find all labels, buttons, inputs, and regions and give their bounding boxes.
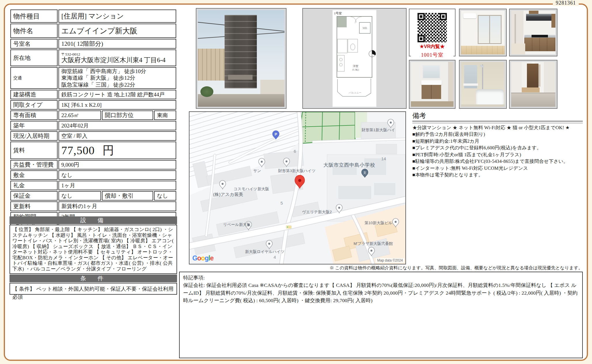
map-label: ヴエリテ新大阪2 xyxy=(302,210,332,214)
spec-row-structure: 建築構造鉄筋コンクリート 造 地上12階 総戸数44戸 xyxy=(10,90,176,99)
floor-plan-unit-label: 1号室 xyxy=(334,12,342,15)
map-label: 新大阪ロイヤルハイツ xyxy=(245,249,284,254)
map-label: 14 xyxy=(381,156,386,161)
floor-plan-room-label: 洋室 xyxy=(353,64,358,68)
shower-bar xyxy=(482,64,483,89)
remarks-text: ★分譲マンション ★ ネット無料 Wi-Fi対応 ★ 猫 or 小型犬1匹までO… xyxy=(412,124,584,178)
equipment-header: 設 備 xyxy=(10,216,177,224)
photo-living-room xyxy=(459,9,507,56)
map-label: M'プラザ新大阪弐番館 xyxy=(354,241,393,246)
spec-row-built: 築年2024年02月 xyxy=(10,121,176,130)
disclaimer-note: ※ この資料は物件の概略紹介資料になります。写真、間取図面、設備、概要などが現況… xyxy=(179,265,583,271)
property-spec-table: 物件種目[住居用] マンション 物件名エムブイインプ新大阪 号室名1201( 1… xyxy=(10,9,177,244)
spec-row-status: 現況/入居時期空室 / 即入 xyxy=(10,131,176,141)
spec-row-address: 所在地 〒532-0012大阪府大阪市淀川区木川東4 丁目6-4 xyxy=(10,49,176,66)
map-label: リベール新大阪 xyxy=(223,222,251,227)
map-label: 第10新大阪ビル xyxy=(365,221,392,225)
remarks-title: 備考 xyxy=(412,111,426,120)
spec-row-room-no: 号室名1201( 12階部分) xyxy=(10,39,176,49)
map-label: コスモハイツ新大阪 xyxy=(234,187,269,191)
conditions-header: 条 件 xyxy=(10,275,177,282)
floor-plan-size-label: (6.1帖) xyxy=(352,68,359,71)
photo-hallway xyxy=(509,60,557,109)
spec-row-renewal: 更新料新賃料の1ヶ月 xyxy=(10,201,176,211)
photo-building-exterior xyxy=(196,8,286,109)
svg-text:文: 文 xyxy=(363,171,367,174)
map-label: 財形第1新大阪ハイ xyxy=(362,128,395,132)
vr-tour-label: ★VR内覧★ xyxy=(411,43,454,50)
spec-row-name: 物件名エムブイインプ新大阪 xyxy=(10,24,176,38)
spec-row-layout: 間取タイプ1K[ 洋6.1 x K2.0] xyxy=(10,100,176,110)
photo-kitchen xyxy=(509,9,557,56)
special-notes-body: 保証会社: 保証会社利用必須 Casa ※CASAからの審査になります【 CAS… xyxy=(183,281,579,304)
special-notes-title: 特記事項: xyxy=(183,274,579,281)
map-attribution: Map data ©2024 xyxy=(376,258,404,263)
floor-plan-drawing: 1号室 MB 洋室 (6.1帖) xyxy=(333,10,376,107)
mirror xyxy=(422,65,440,79)
google-logo: Google xyxy=(192,254,213,262)
property-datasheet: 9281361 物件種目[住居用] マンション 物件名エムブイインプ新大阪 号室… xyxy=(0,0,592,364)
location-map: P 文 財形第1新大阪ハイ 6 サン 財形第3新大阪ハ xyxy=(189,111,406,264)
bathtub xyxy=(476,89,504,105)
range-hood xyxy=(526,14,553,21)
spec-row-fees: 共益費・管理費9,000円 xyxy=(10,160,176,169)
cooktop xyxy=(532,35,548,37)
conditions-text: 【 条件】 ペット相談・外国人契約可能・保証人不要・保証会社利用必須 xyxy=(10,283,177,295)
map-label: (株)アスカ装美 xyxy=(213,192,243,197)
map-label: 5 xyxy=(280,201,283,205)
spec-row-guarantee: 保証金なし償却・敷引なし xyxy=(10,191,176,201)
spec-row-type: 物件種目[住居用] マンション xyxy=(10,9,176,23)
far-door xyxy=(527,64,538,87)
map-label: 4 xyxy=(274,255,276,260)
map-label: サン xyxy=(253,169,261,173)
map-label: 6 xyxy=(294,149,296,154)
floor-plan-mb-label: MB xyxy=(363,26,367,30)
map-label: 財形第3新大阪ハイツ xyxy=(278,169,316,173)
traffic-light-icon xyxy=(286,226,291,228)
aircon xyxy=(463,13,477,18)
special-notes-box: 特記事項: 保証会社: 保証会社利用必須 Casa ※CASAからの審査になりま… xyxy=(179,272,583,358)
sink xyxy=(525,35,531,37)
photo-bathroom xyxy=(459,60,507,109)
document-number: 9281361 xyxy=(553,0,579,6)
floor-plan-balcony-label: バルコニー xyxy=(348,91,361,94)
equipment-text: 【 位置】 角部屋・最上階 【 キッチン】 給湯器・ガスコンロ( 2口) ・シス… xyxy=(10,225,177,274)
photo-floor-plan: 1号室 MB 洋室 (6.1帖) xyxy=(302,8,407,109)
spec-row-deposit: 敷金なし xyxy=(10,170,176,180)
photo-washbasin xyxy=(409,60,456,109)
remarks-divider xyxy=(412,121,583,123)
vr-room-label: 1001号室 xyxy=(411,52,454,58)
address: 大阪府大阪市淀川区木川東4 丁目6-4 xyxy=(61,56,174,64)
spec-row-transit: 交通御堂筋線「 西中島南方」 徒歩10分 東海道線「 新大阪」 徒歩12分 阪急… xyxy=(10,67,176,89)
spec-row-key-money: 礼金1ヶ月 xyxy=(10,181,176,190)
spec-row-area: 専有面積22.65㎡開口部方位東南 xyxy=(10,110,176,120)
compass-icon xyxy=(372,50,376,55)
postal-code: 〒532-0012 xyxy=(61,52,174,56)
photo-qr-vr-panel: ★VR内覧★ 1001号室 xyxy=(409,9,456,56)
map-label: 大阪市立西中島小学校 xyxy=(323,162,375,168)
spec-row-rent: 賃料77,500 円 xyxy=(10,142,176,159)
svg-text:P: P xyxy=(275,132,277,136)
qr-code xyxy=(418,13,447,42)
